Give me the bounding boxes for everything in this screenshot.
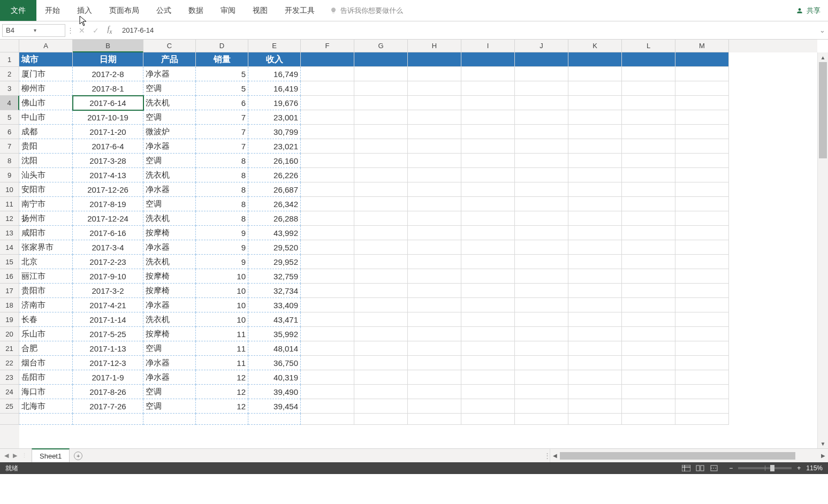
cell-C16[interactable]: 按摩椅 xyxy=(143,269,196,284)
cell-D14[interactable]: 9 xyxy=(196,240,248,255)
cell-E3[interactable]: 16,419 xyxy=(248,81,301,96)
cell-E6[interactable]: 30,799 xyxy=(248,125,301,139)
cell-G19[interactable] xyxy=(354,312,408,327)
cell-A8[interactable]: 沈阳 xyxy=(19,154,73,168)
cell-G9[interactable] xyxy=(354,168,408,182)
cell-K23[interactable] xyxy=(568,370,622,385)
cell-D22[interactable]: 11 xyxy=(196,356,248,370)
cell-M22[interactable] xyxy=(675,356,729,370)
cell-C10[interactable]: 净水器 xyxy=(143,182,196,197)
cell-F16[interactable] xyxy=(301,269,354,284)
cell-A1[interactable]: 城市 xyxy=(19,52,73,67)
scroll-right-button[interactable]: ▶ xyxy=(818,453,828,459)
cell-D7[interactable]: 7 xyxy=(196,139,248,154)
cell-H1[interactable] xyxy=(408,52,461,67)
cell-K7[interactable] xyxy=(568,139,622,154)
cell-M19[interactable] xyxy=(675,312,729,327)
cell-M1[interactable] xyxy=(675,52,729,67)
cell-B7[interactable]: 2017-6-4 xyxy=(73,139,143,154)
cell-H3[interactable] xyxy=(408,81,461,96)
cell-E17[interactable]: 32,734 xyxy=(248,284,301,298)
cell-I12[interactable] xyxy=(461,211,515,226)
row-header-11[interactable]: 11 xyxy=(0,197,19,211)
cell-H6[interactable] xyxy=(408,125,461,139)
cell-E22[interactable]: 36,750 xyxy=(248,356,301,370)
cell-K18[interactable] xyxy=(568,298,622,312)
cell-K11[interactable] xyxy=(568,197,622,211)
cell-J2[interactable] xyxy=(515,67,568,81)
cell-H10[interactable] xyxy=(408,182,461,197)
new-sheet-button[interactable]: + xyxy=(70,449,87,462)
cell-M17[interactable] xyxy=(675,284,729,298)
cell-J-next[interactable] xyxy=(515,414,568,425)
cell-F19[interactable] xyxy=(301,312,354,327)
cell-K20[interactable] xyxy=(568,327,622,341)
cell-L16[interactable] xyxy=(622,269,675,284)
cell-C1[interactable]: 产品 xyxy=(143,52,196,67)
cell-A25[interactable]: 北海市 xyxy=(19,399,73,414)
cell-M21[interactable] xyxy=(675,341,729,356)
cell-H21[interactable] xyxy=(408,341,461,356)
cell-A18[interactable]: 济南市 xyxy=(19,298,73,312)
cell-I13[interactable] xyxy=(461,226,515,240)
row-header-14[interactable]: 14 xyxy=(0,240,19,255)
cell-L13[interactable] xyxy=(622,226,675,240)
cell-I15[interactable] xyxy=(461,255,515,269)
cell-J21[interactable] xyxy=(515,341,568,356)
zoom-slider-thumb[interactable] xyxy=(770,465,774,471)
cell-A7[interactable]: 贵阳 xyxy=(19,139,73,154)
cell-A4[interactable]: 佛山市 xyxy=(19,96,73,110)
cell-M14[interactable] xyxy=(675,240,729,255)
cell-E13[interactable]: 43,992 xyxy=(248,226,301,240)
row-header-8[interactable]: 8 xyxy=(0,154,19,168)
cell-M13[interactable] xyxy=(675,226,729,240)
cell-C21[interactable]: 空调 xyxy=(143,341,196,356)
cell-C12[interactable]: 洗衣机 xyxy=(143,211,196,226)
cell-M20[interactable] xyxy=(675,327,729,341)
cell-B21[interactable]: 2017-1-13 xyxy=(73,341,143,356)
cell-C17[interactable]: 按摩椅 xyxy=(143,284,196,298)
page-break-view-button[interactable] xyxy=(708,463,720,473)
row-header-25[interactable]: 25 xyxy=(0,399,19,414)
row-header-next[interactable] xyxy=(0,414,19,425)
row-header-5[interactable]: 5 xyxy=(0,110,19,125)
cell-F13[interactable] xyxy=(301,226,354,240)
cell-J7[interactable] xyxy=(515,139,568,154)
cell-A5[interactable]: 中山市 xyxy=(19,110,73,125)
ribbon-tab-formulas[interactable]: 公式 xyxy=(148,0,180,21)
cell-I2[interactable] xyxy=(461,67,515,81)
cell-F20[interactable] xyxy=(301,327,354,341)
cell-A9[interactable]: 汕头市 xyxy=(19,168,73,182)
cell-J22[interactable] xyxy=(515,356,568,370)
cell-C22[interactable]: 净水器 xyxy=(143,356,196,370)
cell-H8[interactable] xyxy=(408,154,461,168)
cell-C4[interactable]: 洗衣机 xyxy=(143,96,196,110)
cell-C19[interactable]: 洗衣机 xyxy=(143,312,196,327)
cell-D3[interactable]: 5 xyxy=(196,81,248,96)
cell-L8[interactable] xyxy=(622,154,675,168)
cell-A19[interactable]: 长春 xyxy=(19,312,73,327)
share-button[interactable]: 共享 xyxy=(796,6,821,16)
cell-B3[interactable]: 2017-8-1 xyxy=(73,81,143,96)
cell-B16[interactable]: 2017-9-10 xyxy=(73,269,143,284)
cell-K25[interactable] xyxy=(568,399,622,414)
cell-A22[interactable]: 烟台市 xyxy=(19,356,73,370)
cell-K2[interactable] xyxy=(568,67,622,81)
cell-C-next[interactable] xyxy=(143,414,196,425)
cell-A12[interactable]: 扬州市 xyxy=(19,211,73,226)
cell-J9[interactable] xyxy=(515,168,568,182)
column-header-M[interactable]: M xyxy=(675,40,729,52)
cell-I1[interactable] xyxy=(461,52,515,67)
cell-F2[interactable] xyxy=(301,67,354,81)
cell-I24[interactable] xyxy=(461,385,515,399)
cell-L-next[interactable] xyxy=(622,414,675,425)
cell-L12[interactable] xyxy=(622,211,675,226)
cell-M25[interactable] xyxy=(675,399,729,414)
cell-B9[interactable]: 2017-4-13 xyxy=(73,168,143,182)
cell-E12[interactable]: 26,288 xyxy=(248,211,301,226)
cell-E1[interactable]: 收入 xyxy=(248,52,301,67)
column-header-B[interactable]: B xyxy=(73,40,143,52)
row-header-9[interactable]: 9 xyxy=(0,168,19,182)
cell-C25[interactable]: 空调 xyxy=(143,399,196,414)
column-header-E[interactable]: E xyxy=(248,40,301,52)
